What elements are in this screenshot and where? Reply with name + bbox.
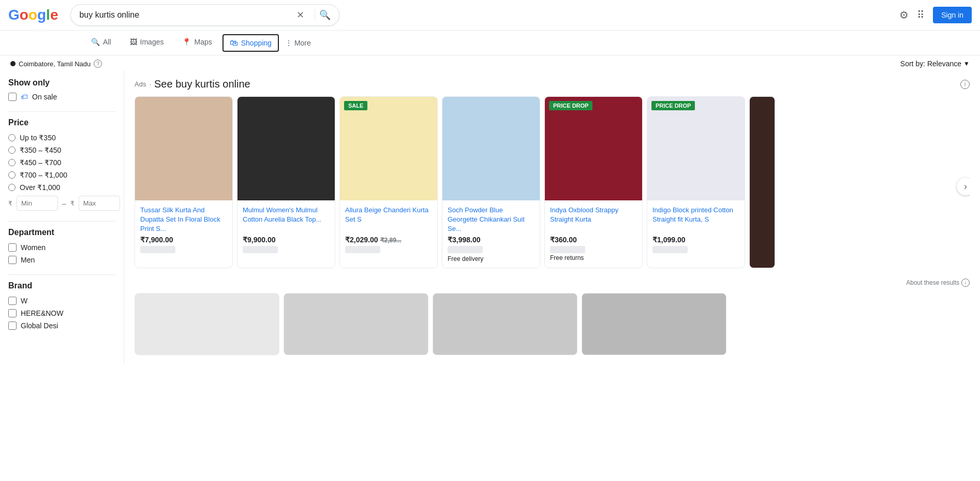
images-tab-icon: 🖼 bbox=[130, 38, 137, 46]
brand-w[interactable]: W bbox=[8, 297, 115, 305]
rupee-max-label: ₹ bbox=[70, 200, 75, 207]
product-card-4[interactable]: Soch Powder Blue Georgette Chikankari Su… bbox=[442, 96, 540, 268]
price-label-4: Over ₹1,000 bbox=[20, 183, 60, 192]
product-seller: ████████ bbox=[652, 246, 739, 254]
sort-chevron-icon: ▼ bbox=[963, 60, 970, 67]
show-only-title: Show only bbox=[8, 78, 115, 88]
price-radio-4[interactable] bbox=[8, 184, 16, 191]
brand-globaldesi[interactable]: Global Desi bbox=[8, 322, 115, 330]
location-info-icon[interactable]: ? bbox=[94, 60, 102, 68]
product-card-partial bbox=[749, 96, 775, 268]
divider-3 bbox=[8, 274, 115, 275]
main-content: Show only 🏷 On sale Price Up to ₹350 ₹35… bbox=[0, 70, 980, 363]
price-range: ₹ – ₹ bbox=[8, 196, 115, 211]
rupee-min-label: ₹ bbox=[8, 200, 12, 207]
tab-images[interactable]: 🖼 Images bbox=[122, 33, 172, 53]
product-title: Mulmul Women's Mulmul Cotton Aurelia Bla… bbox=[243, 206, 330, 232]
apps-icon[interactable]: ⠿ bbox=[917, 9, 925, 21]
divider-1 bbox=[8, 111, 115, 112]
product-card-2[interactable]: Mulmul Women's Mulmul Cotton Aurelia Bla… bbox=[237, 96, 335, 268]
bottom-product-card[interactable] bbox=[135, 293, 279, 355]
product-info-2: Mulmul Women's Mulmul Cotton Aurelia Bla… bbox=[237, 200, 335, 259]
brand-herenow[interactable]: HERE&NOW bbox=[8, 309, 115, 317]
price-label-1: ₹350 – ₹450 bbox=[20, 146, 61, 154]
search-icon[interactable]: 🔍 bbox=[319, 9, 331, 21]
product-info-3: Allura Beige Chanderi Kurta Set S ₹2,029… bbox=[340, 200, 437, 259]
price-option-2[interactable]: ₹450 – ₹700 bbox=[8, 158, 115, 167]
bottom-product-card[interactable] bbox=[582, 293, 726, 355]
search-input[interactable] bbox=[79, 10, 296, 20]
product-title: Tussar Silk Kurta And Dupatta Set In Flo… bbox=[140, 206, 227, 232]
product-price: ₹1,099.00 bbox=[652, 236, 739, 244]
product-seller: ████████ bbox=[550, 246, 637, 254]
tab-shopping[interactable]: 🛍 Shopping bbox=[222, 34, 279, 52]
price-min-input[interactable] bbox=[17, 196, 58, 211]
about-results-info-icon[interactable]: i bbox=[961, 279, 970, 287]
dept-men[interactable]: Men bbox=[8, 256, 115, 264]
bottom-product-card[interactable] bbox=[284, 293, 428, 355]
sidebar: Show only 🏷 On sale Price Up to ₹350 ₹35… bbox=[0, 70, 124, 363]
sign-in-button[interactable]: Sign in bbox=[933, 7, 972, 23]
price-option-4[interactable]: Over ₹1,000 bbox=[8, 183, 115, 192]
sort-by[interactable]: Sort by: Relevance ▼ bbox=[900, 60, 970, 68]
divider bbox=[315, 9, 315, 21]
product-image-3: SALE bbox=[340, 97, 437, 200]
maps-tab-icon: 📍 bbox=[182, 38, 191, 46]
price-radio-0[interactable] bbox=[8, 134, 16, 141]
product-price: ₹7,900.00 bbox=[140, 236, 227, 244]
product-card-3[interactable]: SALE Allura Beige Chanderi Kurta Set S ₹… bbox=[339, 96, 438, 268]
about-results-text: About these results bbox=[906, 279, 959, 286]
product-card-1[interactable]: Tussar Silk Kurta And Dupatta Set In Flo… bbox=[135, 96, 233, 268]
on-sale-label: On sale bbox=[32, 93, 57, 101]
header-right: ⚙ ⠿ Sign in bbox=[899, 7, 972, 23]
tab-more[interactable]: ⋮ More bbox=[281, 34, 315, 52]
product-title: Soch Powder Blue Georgette Chikankari Su… bbox=[448, 206, 534, 232]
product-price: ₹360.00 bbox=[550, 236, 637, 244]
ads-label: Ads bbox=[135, 80, 146, 88]
brand-w-checkbox[interactable] bbox=[8, 297, 17, 305]
price-radio-2[interactable] bbox=[8, 159, 16, 166]
product-image-6: PRICE DROP bbox=[647, 97, 745, 200]
product-card-5[interactable]: PRICE DROP Indya Oxblood Strappy Straigh… bbox=[544, 96, 643, 268]
clear-search-icon[interactable]: ✕ bbox=[296, 9, 304, 21]
bottom-products bbox=[135, 293, 970, 355]
product-card-6[interactable]: PRICE DROP Indigo Block printed Cotton S… bbox=[647, 96, 745, 268]
product-price: ₹2,029.00₹2,89... bbox=[345, 236, 432, 244]
tab-maps[interactable]: 📍 Maps bbox=[174, 33, 220, 53]
brand-globaldesi-checkbox[interactable] bbox=[8, 322, 17, 330]
sort-label: Sort by: Relevance bbox=[900, 60, 961, 68]
product-orig-price: ₹2,89... bbox=[380, 237, 402, 244]
brand-herenow-label: HERE&NOW bbox=[21, 309, 63, 317]
women-checkbox[interactable] bbox=[8, 243, 17, 252]
product-image-1 bbox=[135, 97, 232, 200]
all-tab-label: All bbox=[103, 38, 111, 46]
price-radio-3[interactable] bbox=[8, 171, 16, 179]
shopping-tab-icon: 🛍 bbox=[230, 38, 238, 48]
price-option-0[interactable]: Up to ₹350 bbox=[8, 134, 115, 142]
sale-icon: 🏷 bbox=[21, 93, 28, 101]
settings-icon[interactable]: ⚙ bbox=[899, 9, 909, 21]
brand-w-label: W bbox=[21, 297, 27, 305]
more-dots-icon: ⋮ bbox=[285, 39, 292, 47]
brand-herenow-checkbox[interactable] bbox=[8, 309, 17, 317]
department-title: Department bbox=[8, 228, 115, 237]
price-option-1[interactable]: ₹350 – ₹450 bbox=[8, 146, 115, 154]
on-sale-checkbox[interactable] bbox=[8, 93, 17, 101]
dept-women[interactable]: Women bbox=[8, 243, 115, 252]
on-sale-filter[interactable]: 🏷 On sale bbox=[8, 93, 115, 101]
product-returns: Free returns bbox=[550, 254, 637, 261]
price-option-3[interactable]: ₹700 – ₹1,000 bbox=[8, 171, 115, 179]
men-checkbox[interactable] bbox=[8, 256, 17, 264]
men-label: Men bbox=[21, 256, 35, 264]
location-dot-icon bbox=[10, 61, 16, 66]
product-info-1: Tussar Silk Kurta And Dupatta Set In Flo… bbox=[135, 200, 232, 259]
bottom-product-card[interactable] bbox=[433, 293, 577, 355]
ads-info-icon[interactable]: i bbox=[960, 80, 970, 89]
all-tab-icon: 🔍 bbox=[91, 38, 100, 46]
ads-header: Ads · See buy kurtis online i bbox=[135, 78, 970, 90]
results-area: Ads · See buy kurtis online i Tussar Sil… bbox=[124, 70, 980, 363]
price-max-input[interactable] bbox=[79, 196, 120, 211]
brand-title: Brand bbox=[8, 281, 115, 290]
price-radio-1[interactable] bbox=[8, 147, 16, 154]
tab-all[interactable]: 🔍 All bbox=[83, 33, 120, 53]
